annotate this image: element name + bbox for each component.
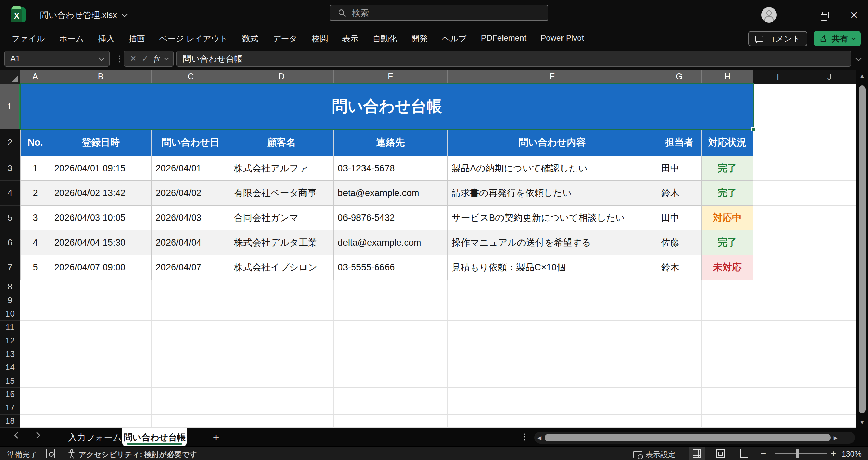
row-header-8[interactable]: 8 (0, 280, 20, 293)
column-header-A[interactable]: A (20, 70, 50, 84)
table-header-6[interactable]: 担当者 (657, 129, 702, 156)
cell-contact[interactable]: beta@example.com (334, 181, 448, 206)
table-header-2[interactable]: 問い合わせ日 (152, 129, 230, 156)
cell-registered[interactable]: 2026/04/02 13:42 (50, 181, 152, 206)
cell-inquiry_date[interactable]: 2026/04/04 (152, 230, 230, 255)
file-menu-chevron-icon[interactable] (122, 12, 128, 17)
table-header-1[interactable]: 登録日時 (50, 129, 152, 156)
zoom-level[interactable]: 130% (842, 449, 862, 459)
row-header-7[interactable]: 7 (0, 255, 20, 280)
scroll-left-icon[interactable]: ◀ (534, 435, 545, 441)
cell-content[interactable]: 請求書の再発行を依頼したい (448, 181, 657, 206)
cell-assignee[interactable]: 鈴木 (657, 255, 702, 280)
row-header-2[interactable]: 2 (0, 129, 20, 156)
prev-sheet-icon[interactable] (14, 432, 21, 439)
cell-status[interactable]: 完了 (702, 156, 753, 181)
column-header-E[interactable]: E (334, 70, 448, 84)
zoom-out-button[interactable]: − (761, 448, 766, 459)
column-header-J[interactable]: J (803, 70, 856, 84)
fill-handle[interactable] (751, 127, 755, 131)
zoom-slider-thumb[interactable] (796, 449, 799, 458)
table-header-7[interactable]: 対応状況 (702, 129, 753, 156)
cell-customer[interactable]: 株式会社アルファ (230, 156, 334, 181)
accessibility-status[interactable]: アクセシビリティ: 検討が必要です (79, 449, 197, 460)
next-sheet-icon[interactable] (34, 432, 40, 439)
table-header-0[interactable]: No. (20, 129, 50, 156)
formula-input[interactable]: 問い合わせ台帳 (176, 51, 851, 67)
cell-contact[interactable]: 03-1234-5678 (334, 156, 448, 181)
scroll-down-icon[interactable]: ▼ (856, 419, 868, 426)
row-header-1[interactable]: 1 (0, 84, 20, 129)
column-header-H[interactable]: H (702, 70, 753, 84)
column-header-I[interactable]: I (753, 70, 803, 84)
file-name[interactable]: 問い合わせ管理.xlsx (40, 9, 117, 21)
close-button[interactable]: ✕ (843, 0, 865, 30)
cell-contact[interactable]: 03-5555-6666 (334, 255, 448, 280)
cell-registered[interactable]: 2026/04/03 10:05 (50, 206, 152, 230)
cell-no[interactable]: 1 (20, 156, 50, 181)
horizontal-scrollbar[interactable]: ◀ ▶ (534, 432, 855, 444)
cell-customer[interactable]: 有限会社ベータ商事 (230, 181, 334, 206)
ribbon-tab-file[interactable]: ファイル (4, 31, 52, 47)
vertical-scrollbar[interactable]: ▲ ▼ (856, 70, 868, 428)
cell-inquiry_date[interactable]: 2026/04/07 (152, 255, 230, 280)
ribbon-tab-10[interactable]: 開発 (404, 31, 435, 47)
row-header-14[interactable]: 14 (0, 361, 20, 374)
row-header-5[interactable]: 5 (0, 206, 20, 230)
ribbon-tab-5[interactable]: 数式 (235, 31, 265, 47)
formula-bar-expand[interactable] (856, 56, 861, 62)
cell-content[interactable]: サービスBの契約更新について相談したい (448, 206, 657, 230)
cancel-entry-icon[interactable]: ✕ (130, 54, 137, 63)
share-button[interactable]: 共有 (814, 31, 861, 46)
zoom-in-button[interactable]: + (831, 448, 836, 459)
cell-assignee[interactable]: 田中 (657, 206, 702, 230)
row-header-4[interactable]: 4 (0, 181, 20, 206)
scroll-up-icon[interactable]: ▲ (856, 73, 868, 79)
cell-registered[interactable]: 2026/04/07 09:00 (50, 255, 152, 280)
ribbon-tab-11[interactable]: ヘルプ (435, 31, 474, 47)
row-header-16[interactable]: 16 (0, 388, 20, 401)
row-header-11[interactable]: 11 (0, 321, 20, 334)
vertical-scroll-thumb[interactable] (859, 85, 866, 413)
row-header-18[interactable]: 18 (0, 415, 20, 428)
sheet-tab-input-form[interactable]: 入力フォーム (68, 428, 122, 446)
cell-status[interactable]: 完了 (702, 181, 753, 206)
cell-no[interactable]: 4 (20, 230, 50, 255)
cell-assignee[interactable]: 田中 (657, 156, 702, 181)
cell-no[interactable]: 2 (20, 181, 50, 206)
row-header-15[interactable]: 15 (0, 374, 20, 388)
table-header-5[interactable]: 問い合わせ内容 (448, 129, 657, 156)
select-all-button[interactable] (0, 70, 20, 84)
ribbon-tab-8[interactable]: 表示 (335, 31, 366, 47)
column-header-F[interactable]: F (448, 70, 657, 84)
page-layout-view-button[interactable] (713, 447, 728, 460)
ribbon-tab-12[interactable]: PDFelement (474, 31, 533, 47)
cell-inquiry_date[interactable]: 2026/04/02 (152, 181, 230, 206)
cell-no[interactable]: 5 (20, 255, 50, 280)
ribbon-tab-6[interactable]: データ (265, 31, 304, 47)
restore-button[interactable] (814, 0, 837, 30)
table-title-cell[interactable]: 問い合わせ台帳 (20, 84, 753, 129)
row-header-10[interactable]: 10 (0, 307, 20, 321)
cell-inquiry_date[interactable]: 2026/04/01 (152, 156, 230, 181)
row-header-13[interactable]: 13 (0, 347, 20, 361)
row-header-3[interactable]: 3 (0, 156, 20, 181)
confirm-entry-icon[interactable]: ✓ (142, 54, 149, 63)
cell-customer[interactable]: 株式会社イプシロン (230, 255, 334, 280)
ribbon-tab-3[interactable]: 描画 (121, 31, 152, 47)
table-header-3[interactable]: 顧客名 (230, 129, 334, 156)
ribbon-tab-7[interactable]: 校閲 (304, 31, 335, 47)
column-header-G[interactable]: G (657, 70, 702, 84)
worksheet-grid[interactable]: 問い合わせ台帳 No.登録日時問い合わせ日顧客名連絡先問い合わせ内容担当者対応状… (20, 84, 856, 428)
column-header-B[interactable]: B (50, 70, 152, 84)
cell-registered[interactable]: 2026/04/04 15:30 (50, 230, 152, 255)
ribbon-tab-13[interactable]: Power Pivot (533, 31, 591, 47)
cell-no[interactable]: 3 (20, 206, 50, 230)
cell-content[interactable]: 見積もり依頼：製品C×10個 (448, 255, 657, 280)
row-header-6[interactable]: 6 (0, 230, 20, 255)
formula-bar-grip-icon[interactable]: ⋮ (115, 54, 124, 64)
comments-button[interactable]: コメント (748, 31, 807, 46)
table-header-4[interactable]: 連絡先 (334, 129, 448, 156)
cell-contact[interactable]: delta@example.com (334, 230, 448, 255)
row-header-9[interactable]: 9 (0, 293, 20, 307)
